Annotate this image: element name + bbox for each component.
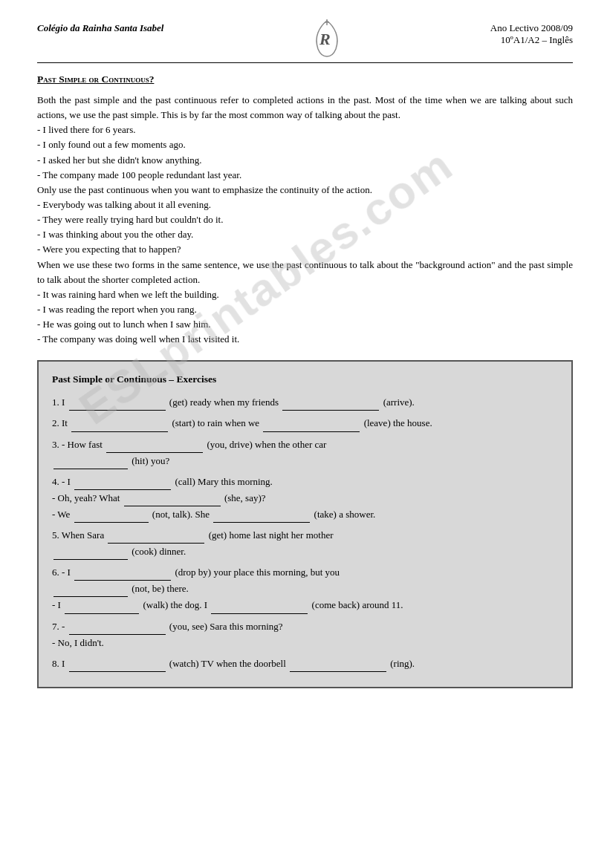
exercises-title: Past Simple or Continuous – Exercises [52,373,558,385]
ex8-blank1[interactable] [69,662,166,672]
header: Colégio da Rainha Santa Isabel R Ano Lec… [37,22,573,58]
ex2-blank1[interactable] [71,422,168,432]
ex5-text1: (get) home last night her mother [209,529,334,541]
ex1-blank1[interactable] [69,400,166,411]
section-title: Past Simple or Continuous? [37,74,573,85]
ex1-text1: (get) ready when my friends [169,397,282,408]
ex7-num: 7. - [52,621,68,632]
ex3-text2: (hit) you? [132,455,169,466]
ex3-text1: (you, drive) when the other car [207,439,326,450]
ex6-blank2[interactable] [53,587,128,597]
ex6-num: 6. - I [52,567,73,578]
exercises-box: Past Simple or Continuous – Exercises 1.… [37,360,573,688]
exercise-8: 8. I (watch) TV when the doorbell (ring)… [52,656,558,672]
ex2-text1: (start) to rain when we [172,417,262,428]
ex2-blank2[interactable] [263,422,360,432]
svg-text:R: R [319,30,331,48]
ex4-text5: (not, talk). She [152,509,212,520]
ex5-blank2[interactable] [53,549,128,560]
exercise-3: 3. - How fast (you, drive) when the othe… [52,437,558,469]
exercise-2: 2. It (start) to rain when we (leave) th… [52,415,558,431]
exercise-1: 1. I (get) ready when my friends (arrive… [52,394,558,411]
ex1-blank2[interactable] [282,400,379,411]
page: Colégio da Rainha Santa Isabel R Ano Lec… [0,0,610,868]
ex4-blank3[interactable] [74,512,149,523]
ex6-blank4[interactable] [211,604,308,614]
ex3-blank2[interactable] [53,459,128,469]
ex6-text5: (come back) around 11. [312,599,403,610]
header-logo: R [309,19,345,58]
ex6-blank1[interactable] [74,570,171,581]
ex4-text1: (call) Mary this morning. [175,476,272,487]
logo-icon: R [309,19,345,58]
ex8-text2: (ring). [390,658,415,669]
ex4-blank2[interactable] [124,496,221,506]
ex8-num: 8. I [52,658,68,669]
ex3-blank1[interactable] [106,443,203,453]
ex7-text2: - No, I didn't. [52,637,104,648]
ex6-text2: (not, be) there. [132,583,189,594]
ex8-text1: (watch) TV when the doorbell [169,658,288,669]
ex2-text2: (leave) the house. [364,417,432,428]
ex4-text3: (she, say)? [224,492,266,503]
exercise-4: 4. - I (call) Mary this morning. - Oh, y… [52,474,558,523]
ex4-text6: (take) a shower. [314,509,376,520]
ex3-num: 3. - How fast [52,439,105,450]
ex4-text4: - We [52,509,73,520]
ex4-text2: - Oh, yeah? What [52,492,123,503]
ex2-num: 2. It [52,417,70,428]
ex5-num: 5. When Sara [52,529,106,541]
ex6-blank3[interactable] [65,604,139,614]
ex7-blank1[interactable] [69,624,166,635]
ex5-blank1[interactable] [108,533,204,544]
header-year: Ano Lectivo 2008/09 10ºA1/A2 – Inglês [490,22,573,46]
ex5-text2: (cook) dinner. [132,546,186,557]
ex6-text3: - I [52,599,63,610]
ex1-text2: (arrive). [383,397,415,408]
body-text: Both the past simple and the past contin… [37,93,573,347]
ex4-num: 4. - I [52,476,73,487]
ex4-blank1[interactable] [74,480,171,490]
exercise-5: 5. When Sara (get) home last night her m… [52,527,558,560]
exercise-7: 7. - (you, see) Sara this morning? - No,… [52,619,558,651]
exercise-6: 6. - I (drop by) your place this morning… [52,564,558,613]
ex6-text4: (walk) the dog. I [143,599,210,610]
ex8-blank2[interactable] [290,662,386,672]
ex6-text1: (drop by) your place this morning, but y… [175,567,340,578]
ex7-text1: (you, see) Sara this morning? [169,621,283,632]
header-school: Colégio da Rainha Santa Isabel [37,22,163,34]
ex4-blank4[interactable] [213,512,310,523]
ex1-num: 1. I [52,397,68,408]
header-divider [37,62,573,63]
